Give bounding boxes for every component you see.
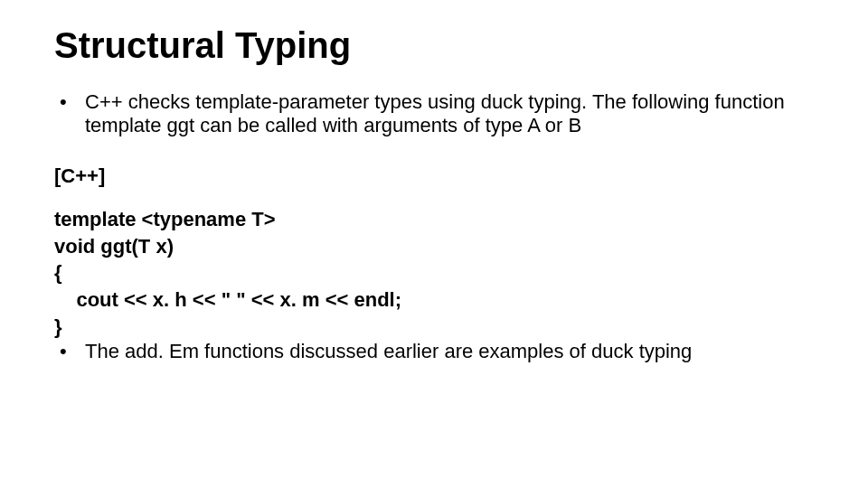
bullet-item: • The add. Em functions discussed earlie… xyxy=(54,340,814,363)
slide: Structural Typing • C++ checks template-… xyxy=(0,0,868,488)
code-line: cout << x. h << " " << x. m << endl; xyxy=(54,288,401,311)
bullet-dot-icon: • xyxy=(54,340,85,363)
code-line: { xyxy=(54,261,62,284)
code-line: } xyxy=(54,315,62,338)
bullet-item: • C++ checks template-parameter types us… xyxy=(54,90,814,137)
spacer xyxy=(54,188,814,206)
slide-body: • C++ checks template-parameter types us… xyxy=(54,90,814,363)
bullet-text: The add. Em functions discussed earlier … xyxy=(85,340,814,363)
spacer xyxy=(54,141,814,164)
slide-title: Structural Typing xyxy=(54,25,814,65)
language-label: [C++] xyxy=(54,164,814,188)
code-block: template <typename T> void ggt(T x) { co… xyxy=(54,206,814,340)
code-line: void ggt(T x) xyxy=(54,235,174,258)
bullet-text: C++ checks template-parameter types usin… xyxy=(85,90,814,137)
bullet-dot-icon: • xyxy=(54,90,85,137)
code-line: template <typename T> xyxy=(54,208,276,230)
